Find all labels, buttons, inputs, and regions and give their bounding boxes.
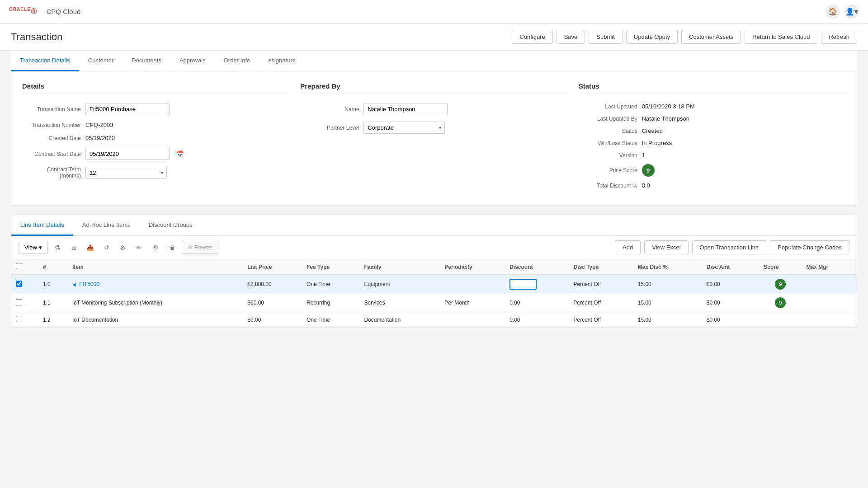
win-loss-row: Win/Loss Status In Progress (579, 140, 846, 146)
top-nav: ORACLE® CPQ Cloud 🏠 👤▾ (0, 0, 868, 23)
row2-select-checkbox[interactable] (16, 299, 22, 305)
toolbar-right: Add View Excel Open Transaction Line Pop… (615, 240, 849, 254)
row1-select-checkbox[interactable] (16, 281, 22, 287)
tab-order-info[interactable]: Order Info (215, 51, 259, 71)
tab-customer[interactable]: Customer (79, 51, 123, 71)
row1-number: 1.0 (38, 275, 68, 294)
row2-number: 1.1 (38, 294, 68, 312)
refresh-button[interactable]: Refresh (821, 30, 857, 44)
row3-select-checkbox[interactable] (16, 316, 22, 322)
row1-max-mgr (802, 275, 857, 294)
col-max-mgr: Max Mgr (802, 259, 857, 275)
refresh-table-icon[interactable]: ↺ (100, 241, 113, 254)
name-row: Name (300, 103, 567, 115)
table-header: # Item List Price Fee Type Family Period… (11, 259, 857, 275)
tab-documents[interactable]: Documents (123, 51, 170, 71)
settings-icon[interactable]: ⚙ (117, 241, 129, 254)
freeze-button[interactable]: ❄ Freeze (182, 241, 218, 254)
tab-discount-groups[interactable]: Discount Groups (140, 215, 202, 236)
partner-level-select[interactable]: Corporate Standard (363, 122, 445, 134)
col-disc-amt: Disc Amt (702, 259, 759, 275)
main-tabs: Transaction Details Customer Documents A… (11, 51, 857, 71)
row3-fee-type: One Time (302, 312, 359, 328)
row3-score (759, 312, 802, 328)
filter-icon[interactable]: ⚗ (52, 241, 64, 254)
view-excel-button[interactable]: View Excel (644, 240, 688, 254)
row3-item: IoT Documentation (68, 312, 243, 328)
transaction-details-card: Details Transaction Name Transaction Num… (11, 71, 857, 206)
name-label: Name (300, 106, 359, 113)
transaction-name-input[interactable] (85, 103, 170, 115)
win-loss-label: Win/Loss Status (579, 140, 637, 146)
expand-icon[interactable]: ◀ (72, 282, 76, 287)
home-icon[interactable]: 🏠 (826, 5, 840, 19)
transaction-name-label: Transaction Name (22, 106, 81, 113)
created-date-value: 05/19/2020 (85, 135, 115, 141)
select-all-checkbox[interactable] (16, 263, 22, 269)
row3-max-mgr (802, 312, 857, 328)
row3-discount: 0.00 (505, 312, 569, 328)
tab-approvals[interactable]: Approvals (170, 51, 215, 71)
row1-item: ◀ FIT5000 (68, 275, 243, 294)
row2-checkbox (11, 294, 38, 312)
row2-max-mgr (802, 294, 857, 312)
col-list-price: List Price (243, 259, 302, 275)
contract-term-label: Contract Term(months) (22, 166, 81, 179)
contract-start-date-input[interactable] (85, 148, 170, 160)
tab-ad-hoc-line-items[interactable]: Ad-Hoc Line Items (73, 215, 140, 236)
view-dropdown-button[interactable]: View ▾ (19, 241, 48, 254)
delete-icon[interactable]: 🗑 (165, 241, 178, 254)
row2-score: 9 (759, 294, 802, 312)
row2-periodicity: Per Month (440, 294, 505, 312)
status-row: Status Created (579, 127, 846, 134)
partner-level-label: Partner Level (300, 125, 359, 131)
tab-transaction-details[interactable]: Transaction Details (11, 51, 79, 71)
configure-button[interactable]: Configure (512, 30, 552, 44)
row1-list-price: $2,800.00 (243, 275, 302, 294)
last-updated-row: Last Updated 05/19/2020 3:18 PM (579, 103, 846, 110)
status-value: Created (642, 127, 663, 134)
transaction-number-value: CPQ-2003 (85, 122, 113, 128)
submit-button[interactable]: Submit (589, 30, 622, 44)
row3-disc-amt: $0.00 (702, 312, 759, 328)
user-icon[interactable]: 👤▾ (844, 5, 859, 19)
total-discount-label: Total Discount % (579, 183, 637, 189)
contract-term-row: Contract Term(months) 12 24 36 ▾ (22, 166, 289, 179)
prepared-by-section: Prepared By Name Partner Level Corporate… (300, 82, 567, 194)
created-date-label: Created Date (22, 135, 81, 141)
row2-item: IoT Monitoring Subscription (Monthly) (68, 294, 243, 312)
populate-change-codes-button[interactable]: Populate Change Codes (770, 240, 849, 254)
export-icon[interactable]: 📤 (84, 241, 97, 254)
header-buttons: Configure Save Submit Update Oppty Custo… (512, 30, 857, 44)
transaction-number-label: Transaction Number (22, 122, 81, 128)
price-score-label: Price Score (579, 167, 637, 174)
status-section-title: Status (579, 82, 846, 94)
edit-icon[interactable]: ✏ (133, 241, 146, 254)
update-oppty-button[interactable]: Update Oppty (626, 30, 678, 44)
col-number: # (38, 259, 68, 275)
view-dropdown-arrow-icon: ▾ (39, 244, 42, 251)
row1-item-link[interactable]: FIT5000 (79, 281, 99, 287)
partner-level-wrapper: Corporate Standard ▾ (363, 122, 445, 134)
tab-esignature[interactable]: esignature (259, 51, 305, 71)
detach-icon[interactable]: ⊞ (68, 241, 80, 254)
oracle-logo: ORACLE® (9, 7, 38, 16)
tab-line-item-details[interactable]: Line Item Details (11, 215, 73, 236)
customer-assets-button[interactable]: Customer Assets (681, 30, 741, 44)
calendar-icon[interactable]: 📅 (176, 150, 184, 158)
save-button[interactable]: Save (557, 30, 585, 44)
name-input[interactable] (363, 103, 448, 115)
version-value: 1 (642, 152, 645, 159)
row1-periodicity (440, 275, 505, 294)
row2-fee-type: Recurring (302, 294, 359, 312)
row1-disc-type: Percent Off (569, 275, 633, 294)
row1-discount-input[interactable] (509, 279, 537, 290)
copy-icon[interactable]: ⎘ (149, 241, 162, 254)
details-grid: Details Transaction Name Transaction Num… (22, 82, 846, 194)
last-updated-by-value: Natalie Thompson (642, 115, 689, 122)
table-row: 1.1 IoT Monitoring Subscription (Monthly… (11, 294, 857, 312)
contract-term-select[interactable]: 12 24 36 (85, 167, 167, 179)
add-button[interactable]: Add (615, 240, 641, 254)
open-transaction-line-button[interactable]: Open Transaction Line (692, 240, 767, 254)
return-to-sales-cloud-button[interactable]: Return to Sales Cloud (745, 30, 817, 44)
